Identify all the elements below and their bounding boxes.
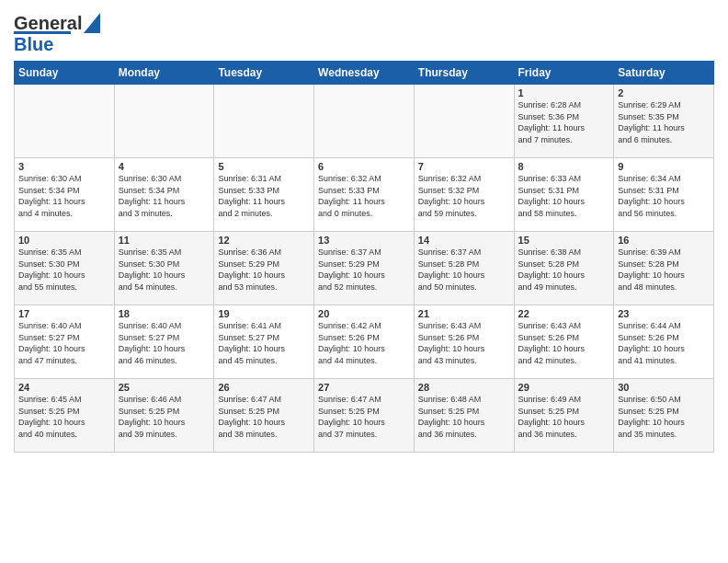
day-number: 11 bbox=[119, 235, 210, 246]
day-number: 6 bbox=[318, 161, 410, 172]
calendar-cell: 3Sunrise: 6:30 AM Sunset: 5:34 PM Daylig… bbox=[15, 158, 115, 232]
day-number: 25 bbox=[119, 382, 210, 393]
day-info: Sunrise: 6:30 AM Sunset: 5:34 PM Dayligh… bbox=[119, 173, 210, 219]
calendar-cell: 27Sunrise: 6:47 AM Sunset: 5:25 PM Dayli… bbox=[314, 379, 415, 453]
calendar-cell: 11Sunrise: 6:35 AM Sunset: 5:30 PM Dayli… bbox=[114, 232, 214, 305]
calendar-cell: 4Sunrise: 6:30 AM Sunset: 5:34 PM Daylig… bbox=[114, 158, 214, 232]
calendar-cell: 15Sunrise: 6:38 AM Sunset: 5:28 PM Dayli… bbox=[514, 232, 614, 305]
weekday-header-tuesday: Tuesday bbox=[214, 62, 314, 85]
day-number: 1 bbox=[518, 87, 610, 98]
weekday-header-thursday: Thursday bbox=[414, 62, 514, 85]
logo-blue-text: Blue bbox=[14, 35, 53, 53]
page: General Blue SundayMondayTuesdayWednesda… bbox=[0, 0, 728, 466]
day-number: 24 bbox=[18, 382, 110, 393]
calendar-cell: 7Sunrise: 6:32 AM Sunset: 5:32 PM Daylig… bbox=[414, 158, 514, 232]
day-info: Sunrise: 6:50 AM Sunset: 5:25 PM Dayligh… bbox=[618, 394, 710, 440]
day-number: 17 bbox=[18, 308, 110, 319]
week-row-5: 24Sunrise: 6:45 AM Sunset: 5:25 PM Dayli… bbox=[15, 379, 714, 453]
calendar-cell: 8Sunrise: 6:33 AM Sunset: 5:31 PM Daylig… bbox=[514, 158, 614, 232]
day-info: Sunrise: 6:41 AM Sunset: 5:27 PM Dayligh… bbox=[218, 320, 310, 366]
weekday-header-sunday: Sunday bbox=[15, 62, 115, 85]
calendar-cell: 23Sunrise: 6:44 AM Sunset: 5:26 PM Dayli… bbox=[614, 305, 714, 379]
day-info: Sunrise: 6:37 AM Sunset: 5:29 PM Dayligh… bbox=[318, 247, 410, 293]
calendar-cell: 2Sunrise: 6:29 AM Sunset: 5:35 PM Daylig… bbox=[614, 85, 714, 158]
calendar-cell: 26Sunrise: 6:47 AM Sunset: 5:25 PM Dayli… bbox=[214, 379, 314, 453]
day-info: Sunrise: 6:40 AM Sunset: 5:27 PM Dayligh… bbox=[18, 320, 110, 366]
day-info: Sunrise: 6:33 AM Sunset: 5:31 PM Dayligh… bbox=[518, 173, 610, 219]
day-info: Sunrise: 6:34 AM Sunset: 5:31 PM Dayligh… bbox=[618, 173, 710, 219]
weekday-header-wednesday: Wednesday bbox=[314, 62, 415, 85]
logo-general-text: General bbox=[14, 14, 82, 32]
day-number: 2 bbox=[618, 87, 710, 98]
day-number: 18 bbox=[119, 308, 210, 319]
day-number: 28 bbox=[418, 382, 510, 393]
day-info: Sunrise: 6:43 AM Sunset: 5:26 PM Dayligh… bbox=[518, 320, 610, 366]
day-number: 21 bbox=[418, 308, 510, 319]
calendar-cell: 17Sunrise: 6:40 AM Sunset: 5:27 PM Dayli… bbox=[15, 305, 115, 379]
day-number: 19 bbox=[218, 308, 310, 319]
logo-triangle-icon bbox=[84, 13, 100, 33]
calendar-cell: 6Sunrise: 6:32 AM Sunset: 5:33 PM Daylig… bbox=[314, 158, 415, 232]
day-number: 22 bbox=[518, 308, 610, 319]
day-number: 9 bbox=[618, 161, 710, 172]
day-number: 20 bbox=[318, 308, 410, 319]
calendar-cell: 22Sunrise: 6:43 AM Sunset: 5:26 PM Dayli… bbox=[514, 305, 614, 379]
day-info: Sunrise: 6:39 AM Sunset: 5:28 PM Dayligh… bbox=[618, 247, 710, 293]
calendar-cell: 24Sunrise: 6:45 AM Sunset: 5:25 PM Dayli… bbox=[15, 379, 115, 453]
calendar-cell: 30Sunrise: 6:50 AM Sunset: 5:25 PM Dayli… bbox=[614, 379, 714, 453]
day-info: Sunrise: 6:30 AM Sunset: 5:34 PM Dayligh… bbox=[18, 173, 110, 219]
svg-marker-0 bbox=[84, 13, 100, 33]
day-number: 14 bbox=[418, 235, 510, 246]
day-info: Sunrise: 6:37 AM Sunset: 5:28 PM Dayligh… bbox=[418, 247, 510, 293]
day-number: 23 bbox=[618, 308, 710, 319]
calendar-cell: 13Sunrise: 6:37 AM Sunset: 5:29 PM Dayli… bbox=[314, 232, 415, 305]
calendar-cell: 28Sunrise: 6:48 AM Sunset: 5:25 PM Dayli… bbox=[414, 379, 514, 453]
day-info: Sunrise: 6:47 AM Sunset: 5:25 PM Dayligh… bbox=[218, 394, 310, 440]
calendar-cell bbox=[414, 85, 514, 158]
day-info: Sunrise: 6:36 AM Sunset: 5:29 PM Dayligh… bbox=[218, 247, 310, 293]
calendar-cell bbox=[114, 85, 214, 158]
week-row-4: 17Sunrise: 6:40 AM Sunset: 5:27 PM Dayli… bbox=[15, 305, 714, 379]
calendar-cell: 1Sunrise: 6:28 AM Sunset: 5:36 PM Daylig… bbox=[514, 85, 614, 158]
day-info: Sunrise: 6:43 AM Sunset: 5:26 PM Dayligh… bbox=[418, 320, 510, 366]
day-info: Sunrise: 6:44 AM Sunset: 5:26 PM Dayligh… bbox=[618, 320, 710, 366]
calendar-cell: 20Sunrise: 6:42 AM Sunset: 5:26 PM Dayli… bbox=[314, 305, 415, 379]
day-info: Sunrise: 6:49 AM Sunset: 5:25 PM Dayligh… bbox=[518, 394, 610, 440]
day-info: Sunrise: 6:32 AM Sunset: 5:33 PM Dayligh… bbox=[318, 173, 410, 219]
logo: General Blue bbox=[14, 13, 100, 53]
day-info: Sunrise: 6:48 AM Sunset: 5:25 PM Dayligh… bbox=[418, 394, 510, 440]
day-number: 29 bbox=[518, 382, 610, 393]
day-info: Sunrise: 6:38 AM Sunset: 5:28 PM Dayligh… bbox=[518, 247, 610, 293]
day-number: 8 bbox=[518, 161, 610, 172]
week-row-1: 1Sunrise: 6:28 AM Sunset: 5:36 PM Daylig… bbox=[15, 85, 714, 158]
day-number: 26 bbox=[218, 382, 310, 393]
calendar: SundayMondayTuesdayWednesdayThursdayFrid… bbox=[14, 61, 714, 453]
day-number: 27 bbox=[318, 382, 410, 393]
calendar-cell: 9Sunrise: 6:34 AM Sunset: 5:31 PM Daylig… bbox=[614, 158, 714, 232]
calendar-cell: 29Sunrise: 6:49 AM Sunset: 5:25 PM Dayli… bbox=[514, 379, 614, 453]
day-info: Sunrise: 6:40 AM Sunset: 5:27 PM Dayligh… bbox=[119, 320, 210, 366]
calendar-cell: 10Sunrise: 6:35 AM Sunset: 5:30 PM Dayli… bbox=[15, 232, 115, 305]
day-number: 7 bbox=[418, 161, 510, 172]
day-number: 15 bbox=[518, 235, 610, 246]
header: General Blue bbox=[14, 9, 714, 53]
week-row-3: 10Sunrise: 6:35 AM Sunset: 5:30 PM Dayli… bbox=[15, 232, 714, 305]
calendar-cell: 18Sunrise: 6:40 AM Sunset: 5:27 PM Dayli… bbox=[114, 305, 214, 379]
day-info: Sunrise: 6:35 AM Sunset: 5:30 PM Dayligh… bbox=[119, 247, 210, 293]
calendar-cell: 16Sunrise: 6:39 AM Sunset: 5:28 PM Dayli… bbox=[614, 232, 714, 305]
day-info: Sunrise: 6:29 AM Sunset: 5:35 PM Dayligh… bbox=[618, 99, 710, 145]
calendar-cell bbox=[15, 85, 115, 158]
day-number: 10 bbox=[18, 235, 110, 246]
day-number: 3 bbox=[18, 161, 110, 172]
day-number: 12 bbox=[218, 235, 310, 246]
day-number: 30 bbox=[618, 382, 710, 393]
calendar-cell: 25Sunrise: 6:46 AM Sunset: 5:25 PM Dayli… bbox=[114, 379, 214, 453]
calendar-cell: 12Sunrise: 6:36 AM Sunset: 5:29 PM Dayli… bbox=[214, 232, 314, 305]
weekday-header-friday: Friday bbox=[514, 62, 614, 85]
day-info: Sunrise: 6:32 AM Sunset: 5:32 PM Dayligh… bbox=[418, 173, 510, 219]
calendar-cell: 5Sunrise: 6:31 AM Sunset: 5:33 PM Daylig… bbox=[214, 158, 314, 232]
weekday-header-saturday: Saturday bbox=[614, 62, 714, 85]
day-number: 16 bbox=[618, 235, 710, 246]
day-number: 4 bbox=[119, 161, 210, 172]
day-info: Sunrise: 6:42 AM Sunset: 5:26 PM Dayligh… bbox=[318, 320, 410, 366]
